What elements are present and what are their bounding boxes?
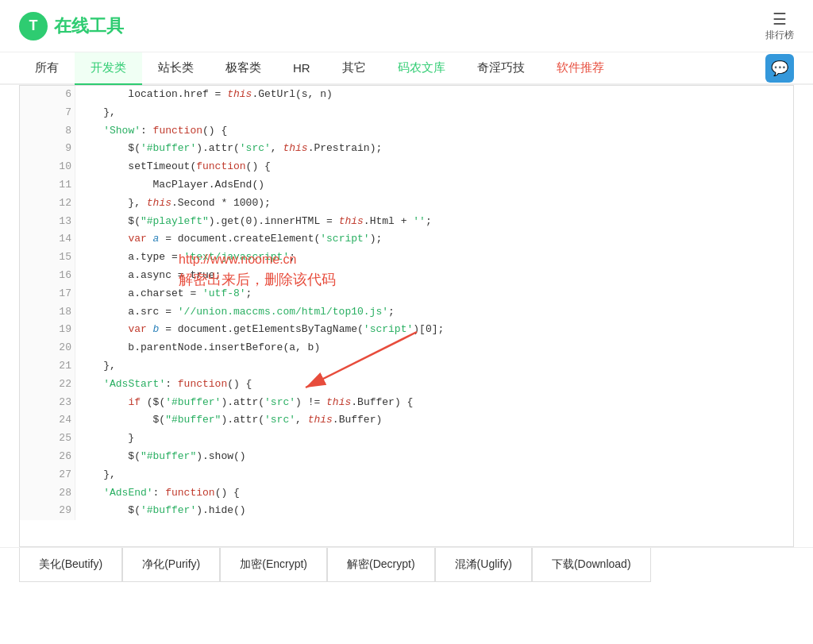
- line-code: a.charset = 'utf-8';: [75, 285, 793, 303]
- line-code: },: [75, 104, 793, 122]
- table-row: 22 'AdsStart': function() {: [20, 376, 793, 394]
- logo-icon: T: [19, 12, 48, 40]
- line-code: a.type = 'text/javascript';: [75, 249, 793, 267]
- encrypt-button[interactable]: 加密(Encrypt): [220, 548, 327, 582]
- nav-item-dev[interactable]: 开发类: [75, 52, 142, 85]
- line-number: 27: [20, 466, 75, 484]
- table-row: 18 a.src = '//union.maccms.com/html/top1…: [20, 303, 793, 322]
- table-row: 21 },: [20, 357, 793, 376]
- line-number: 12: [20, 195, 75, 213]
- code-table: 6 location.href = this.GetUrl(s, n) 7 },…: [20, 86, 793, 520]
- table-row: 27 },: [20, 466, 793, 484]
- line-code: $('#buffer').hide(): [75, 502, 793, 520]
- table-row: 6 location.href = this.GetUrl(s, n): [20, 86, 793, 104]
- table-row: 26 $("#buffer").show(): [20, 448, 793, 466]
- table-row: 24 $("#buffer").attr('src', this.Buffer): [20, 411, 793, 430]
- ranking-icon: ☰: [773, 10, 787, 29]
- table-row: 9 $('#buffer').attr('src', this.Prestrai…: [20, 140, 793, 158]
- line-number: 23: [20, 394, 75, 412]
- logo: T 在线工具: [19, 12, 124, 40]
- line-number: 24: [20, 411, 75, 430]
- line-number: 25: [20, 430, 75, 448]
- line-number: 22: [20, 376, 75, 394]
- line-number: 10: [20, 158, 75, 176]
- ranking-button[interactable]: ☰ 排行榜: [765, 10, 794, 42]
- line-code: }: [75, 430, 793, 448]
- line-number: 11: [20, 176, 75, 195]
- line-code: $("#buffer").show(): [75, 448, 793, 466]
- line-code: a.async = true;: [75, 267, 793, 285]
- line-code: 'AdsEnd': function() {: [75, 484, 793, 503]
- line-number: 19: [20, 321, 75, 339]
- nav-chat-button[interactable]: 💬: [765, 54, 794, 83]
- line-number: 28: [20, 484, 75, 503]
- nav-item-hr[interactable]: HR: [277, 53, 326, 84]
- beautify-button[interactable]: 美化(Beutify): [19, 548, 122, 582]
- table-row: 15 a.type = 'text/javascript';: [20, 249, 793, 267]
- line-number: 20: [20, 339, 75, 357]
- nav-item-other[interactable]: 其它: [326, 52, 382, 85]
- table-row: 13 $("#playleft").get(0).innerHTML = thi…: [20, 213, 793, 231]
- chat-icon: 💬: [771, 60, 788, 77]
- purify-button[interactable]: 净化(Purify): [122, 548, 220, 582]
- table-row: 19 var b = document.getElementsByTagName…: [20, 321, 793, 339]
- table-row: 17 a.charset = 'utf-8';: [20, 285, 793, 303]
- line-code: var a = document.createElement('script')…: [75, 230, 793, 249]
- nav: 所有 开发类 站长类 极客类 HR 其它 码农文库 奇淫巧技 软件推荐 💬: [0, 52, 813, 85]
- nav-item-tricks[interactable]: 奇淫巧技: [461, 52, 541, 85]
- line-code: },: [75, 466, 793, 484]
- line-code: var b = document.getElementsByTagName('s…: [75, 321, 793, 339]
- header: T 在线工具 ☰ 排行榜: [0, 0, 813, 52]
- line-code: $('#buffer').attr('src', this.Prestrain)…: [75, 140, 793, 158]
- line-number: 18: [20, 303, 75, 322]
- line-number: 8: [20, 122, 75, 141]
- line-number: 7: [20, 104, 75, 122]
- line-code: 'Show': function() {: [75, 122, 793, 141]
- table-row: 8 'Show': function() {: [20, 122, 793, 141]
- uglify-button[interactable]: 混淆(Uglify): [435, 548, 532, 582]
- line-number: 26: [20, 448, 75, 466]
- table-row: 16 a.async = true;: [20, 267, 793, 285]
- line-number: 21: [20, 357, 75, 376]
- table-row: 25 }: [20, 430, 793, 448]
- code-container: http://www.noome.cn 解密出来后，删除该代码 6: [19, 85, 794, 547]
- table-row: 12 }, this.Second * 1000);: [20, 195, 793, 213]
- ranking-label: 排行榜: [765, 29, 794, 42]
- line-code: setTimeout(function() {: [75, 158, 793, 176]
- line-code: MacPlayer.AdsEnd(): [75, 176, 793, 195]
- line-code: location.href = this.GetUrl(s, n): [75, 86, 793, 104]
- table-row: 7 },: [20, 104, 793, 122]
- table-row: 11 MacPlayer.AdsEnd(): [20, 176, 793, 195]
- line-code: $("#playleft").get(0).innerHTML = this.H…: [75, 213, 793, 231]
- nav-item-webmaster[interactable]: 站长类: [142, 52, 210, 85]
- line-code: $("#buffer").attr('src', this.Buffer): [75, 411, 793, 430]
- line-code: }, this.Second * 1000);: [75, 195, 793, 213]
- line-code: if ($('#buffer').attr('src') != this.Buf…: [75, 394, 793, 412]
- code-scroll[interactable]: http://www.noome.cn 解密出来后，删除该代码 6: [20, 86, 793, 546]
- table-row: 29 $('#buffer').hide(): [20, 502, 793, 520]
- line-code: a.src = '//union.maccms.com/html/top10.j…: [75, 303, 793, 322]
- line-number: 13: [20, 213, 75, 231]
- line-number: 9: [20, 140, 75, 158]
- download-button[interactable]: 下载(Download): [532, 548, 651, 582]
- nav-item-geek[interactable]: 极客类: [210, 52, 277, 85]
- line-code: },: [75, 357, 793, 376]
- line-number: 17: [20, 285, 75, 303]
- line-number: 29: [20, 502, 75, 520]
- logo-text: 在线工具: [54, 14, 124, 38]
- nav-item-library[interactable]: 码农文库: [382, 52, 461, 85]
- nav-item-software[interactable]: 软件推荐: [541, 52, 620, 85]
- table-row: 20 b.parentNode.insertBefore(a, b): [20, 339, 793, 357]
- bottom-toolbar: 美化(Beutify) 净化(Purify) 加密(Encrypt) 解密(De…: [0, 547, 813, 582]
- decrypt-button[interactable]: 解密(Decrypt): [327, 548, 435, 582]
- table-row: 28 'AdsEnd': function() {: [20, 484, 793, 503]
- line-number: 15: [20, 249, 75, 267]
- nav-item-all[interactable]: 所有: [19, 52, 75, 85]
- table-row: 14 var a = document.createElement('scrip…: [20, 230, 793, 249]
- line-code: b.parentNode.insertBefore(a, b): [75, 339, 793, 357]
- line-number: 14: [20, 230, 75, 249]
- line-number: 6: [20, 86, 75, 104]
- line-code: 'AdsStart': function() {: [75, 376, 793, 394]
- table-row: 23 if ($('#buffer').attr('src') != this.…: [20, 394, 793, 412]
- table-row: 10 setTimeout(function() {: [20, 158, 793, 176]
